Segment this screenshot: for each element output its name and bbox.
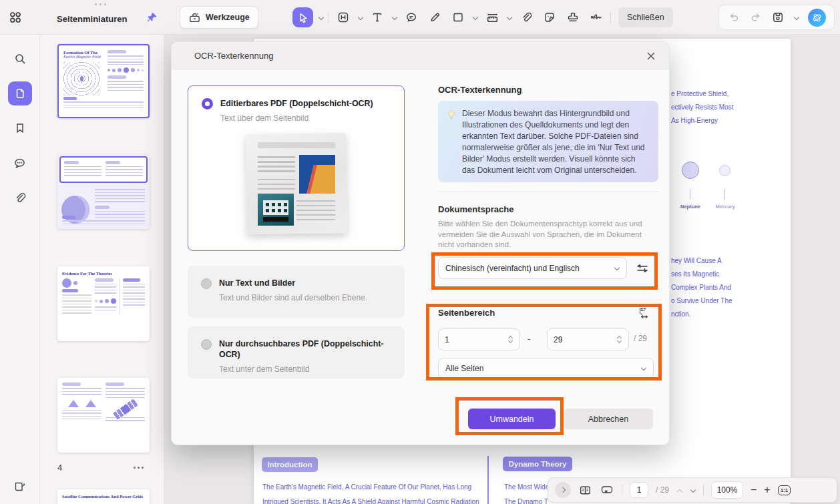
abbrechen-button[interactable]: Abbrechen bbox=[564, 409, 653, 429]
text-tool-chevron[interactable] bbox=[391, 15, 397, 21]
signature-tool-button[interactable] bbox=[587, 8, 606, 27]
left-rail bbox=[0, 35, 40, 504]
shapes-tool-button[interactable] bbox=[449, 8, 467, 27]
stepper-icon[interactable] bbox=[617, 336, 622, 343]
zoom-in-button[interactable]: + bbox=[764, 484, 770, 496]
introduction-badge: Introduction bbox=[262, 457, 318, 472]
doc-text-line: Complex Plants And bbox=[671, 284, 731, 291]
attachment-tool-button[interactable] bbox=[517, 8, 536, 27]
ocr-info-text: Dieser Modus bewahrt das Hintergrundbild… bbox=[462, 109, 645, 175]
navbar-divider bbox=[703, 485, 704, 495]
thumbnail-page-4[interactable] bbox=[57, 378, 150, 453]
viewport-indicator bbox=[59, 156, 148, 183]
section-divider bbox=[438, 192, 658, 192]
page-scope-value: Alle Seiten bbox=[445, 364, 483, 373]
toolbar-divider bbox=[329, 12, 329, 23]
doc-text-line: nction. bbox=[671, 310, 690, 318]
panel-drag-handle[interactable] bbox=[95, 3, 106, 5]
previous-page-icon[interactable] bbox=[676, 487, 682, 493]
page-flip-icon[interactable] bbox=[8, 475, 32, 499]
actual-size-icon[interactable]: 1:1 bbox=[778, 485, 791, 495]
edit-tool-button[interactable] bbox=[334, 8, 353, 27]
range-total-label: / 29 bbox=[634, 334, 647, 343]
ocr-dialog: OCR-Texterkennung Editierbares PDF (Dopp… bbox=[171, 41, 670, 445]
radio-selected-icon[interactable] bbox=[202, 98, 213, 109]
radio-unselected-icon[interactable] bbox=[201, 278, 212, 289]
save-options-chevron[interactable] bbox=[793, 15, 799, 21]
sticker-tool-button[interactable] bbox=[540, 8, 559, 27]
range-from-value: 1 bbox=[445, 335, 449, 344]
neptune-label: Neptune bbox=[676, 204, 704, 210]
shapes-tool-chevron[interactable] bbox=[472, 15, 478, 21]
select-tool-button[interactable] bbox=[292, 7, 313, 27]
doc-text-line: hey Will Cause A bbox=[671, 257, 722, 264]
stamp-tool-button[interactable] bbox=[564, 8, 582, 27]
zoom-out-button[interactable]: − bbox=[751, 484, 757, 496]
toolbox-icon bbox=[188, 11, 201, 24]
two-page-view-icon[interactable] bbox=[578, 483, 592, 497]
schliessen-button[interactable]: Schließen bbox=[618, 7, 673, 27]
option-title: Nur Text und Bilder bbox=[219, 278, 367, 288]
thumbnail-page-3[interactable]: Evidence For The Theories bbox=[57, 266, 150, 341]
text-tool-button[interactable] bbox=[368, 8, 387, 27]
doc-text-line: ectively Resists Most bbox=[671, 103, 733, 111]
option-searchable-pdf[interactable]: Nur durchsuchbares PDF (Doppelschicht-OC… bbox=[188, 326, 405, 379]
select-tool-chevron[interactable] bbox=[318, 15, 324, 21]
next-page-icon[interactable] bbox=[690, 487, 696, 493]
chart-tick bbox=[724, 189, 725, 200]
highlighter-tool-button[interactable] bbox=[425, 8, 444, 27]
radio-unselected-icon[interactable] bbox=[201, 339, 212, 350]
comment-tool-button[interactable] bbox=[402, 8, 421, 27]
werkzeuge-button[interactable]: Werkzeuge bbox=[180, 6, 258, 29]
thumbnail-preview bbox=[57, 378, 150, 426]
comments-panel-icon[interactable] bbox=[8, 151, 32, 175]
current-page-input[interactable]: 1 bbox=[630, 482, 648, 498]
chevron-down-icon bbox=[614, 265, 620, 271]
measure-tool-chevron[interactable] bbox=[506, 15, 512, 21]
pin-icon[interactable] bbox=[146, 11, 158, 23]
search-icon[interactable] bbox=[8, 47, 32, 71]
bookmarks-icon[interactable] bbox=[8, 116, 32, 140]
option-editable-pdf[interactable]: Editierbares PDF (Doppelschicht-OCR) Tex… bbox=[188, 85, 405, 251]
doc-text-line: The Earth's Magnetic Field, A Crucial Fe… bbox=[262, 483, 471, 491]
page-thumbnails-icon[interactable] bbox=[8, 81, 32, 105]
thumbnail-page-1[interactable]: Formation Of The Earth's Magnetic Field bbox=[57, 44, 150, 118]
save-icon[interactable] bbox=[771, 11, 785, 24]
edit-tool-chevron[interactable] bbox=[357, 15, 363, 21]
redo-icon[interactable] bbox=[749, 11, 763, 24]
collapse-navbar-icon[interactable] bbox=[555, 482, 571, 498]
range-from-input[interactable]: 1 bbox=[438, 328, 520, 350]
range-to-input[interactable]: 29 bbox=[547, 328, 629, 350]
thumbnail-page-5[interactable]: Satellite Communications And Power Grids bbox=[57, 489, 150, 504]
close-icon[interactable] bbox=[644, 49, 658, 63]
option-subtitle: Text über dem Seitenbild bbox=[220, 113, 373, 123]
umwandeln-button[interactable]: Umwandeln bbox=[468, 409, 556, 429]
zoom-level-input[interactable]: 100% bbox=[711, 481, 743, 499]
ai-assistant-icon[interactable] bbox=[808, 9, 826, 27]
thumbnail-preview: Evidence For The Theories bbox=[57, 266, 150, 319]
language-select[interactable]: Chinesisch (vereinfacht) und Englisch bbox=[438, 257, 627, 279]
language-section-heading: Dokumentsprache bbox=[438, 204, 658, 214]
navbar-divider bbox=[622, 485, 622, 495]
dynamo-theory-badge: Dynamo Theory bbox=[503, 457, 572, 471]
thumb1-title-line2: Earth's Magnetic Field bbox=[63, 55, 103, 59]
language-settings-icon[interactable] bbox=[634, 260, 650, 276]
dialog-header: OCR-Texterkennung bbox=[172, 42, 669, 69]
panel-title: Seitenminiaturen bbox=[57, 14, 127, 24]
undo-icon[interactable] bbox=[727, 11, 741, 24]
presentation-mode-icon[interactable] bbox=[600, 483, 614, 497]
page-scope-select[interactable]: Alle Seiten bbox=[438, 358, 654, 379]
thumbnail-menu-icon[interactable] bbox=[134, 467, 144, 469]
thumbnails-panel: Formation Of The Earth's Magnetic Field … bbox=[40, 35, 164, 504]
attachments-panel-icon[interactable] bbox=[8, 186, 32, 210]
ocr-section-heading: OCR-Texterkennung bbox=[438, 85, 658, 95]
thumbnail-preview: Formation Of The Earth's Magnetic Field bbox=[59, 45, 148, 95]
language-select-value: Chinesisch (vereinfacht) und Englisch bbox=[445, 264, 580, 273]
stepper-icon[interactable] bbox=[508, 336, 513, 343]
option-text-and-images[interactable]: Nur Text und Bilder Text und Bilder sind… bbox=[188, 266, 405, 318]
page-range-icon[interactable] bbox=[637, 306, 652, 320]
column-divider bbox=[487, 456, 489, 504]
thumbnail-page-2[interactable] bbox=[57, 154, 150, 229]
measure-tool-button[interactable] bbox=[483, 8, 501, 27]
apps-grid-icon[interactable] bbox=[8, 10, 23, 25]
